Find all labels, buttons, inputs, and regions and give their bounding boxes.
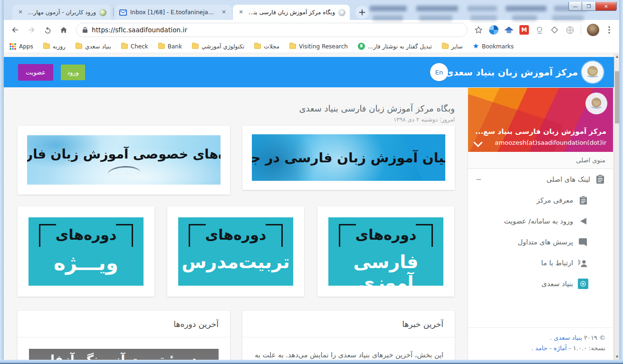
chevron-down-icon[interactable] <box>474 142 482 147</box>
login-button[interactable]: ورود <box>61 65 85 80</box>
extension-camera-icon[interactable] <box>534 25 545 35</box>
bookmark-folder[interactable]: بنياد سعدي <box>76 43 111 50</box>
page-viewport: مرکز آموزش زبان بنیاد سعدی En عضویت ورود… <box>4 53 614 360</box>
tile-card-special[interactable]: دوره‌های ویـــژه <box>18 206 154 297</box>
bookmark-folder[interactable]: تكنولوژي آموزشي <box>192 43 244 50</box>
home-icon[interactable] <box>57 23 70 37</box>
sidebar-item-label: معرفی مرکز <box>537 196 573 204</box>
sidebar-item-main-links[interactable]: لینک های اصلی − <box>468 169 613 190</box>
extension-mendeley-icon[interactable]: M <box>519 25 529 35</box>
saadi-logo-icon <box>582 61 604 83</box>
language-toggle-button[interactable]: En <box>430 63 448 81</box>
arrow-left-icon <box>578 216 588 226</box>
maximize-button[interactable]: ❒ <box>582 2 595 11</box>
sidebar-banner[interactable]: مرکز آموزش زبان فارسی بنیاد سع... amooze… <box>468 88 613 152</box>
tab-title: وبگاه مرکز آموزش زبان فارسی بنیاد سعدی <box>248 9 335 16</box>
bookmark-bookmarks-folder[interactable]: ★ Bookmarks <box>473 43 514 50</box>
header-actions: عضویت ورود <box>18 57 85 87</box>
address-bar[interactable]: https://sflc.saadifoundation.ir <box>76 23 468 37</box>
scrollbar-thumb[interactable] <box>615 71 619 123</box>
window-border-bottom <box>0 360 623 364</box>
bookmark-label: بنياد سعدي <box>85 43 111 50</box>
bookmark-label: Apps <box>19 43 33 50</box>
sidebar-item-contact-us[interactable]: ارتباط با ما <box>468 252 613 273</box>
sidebar-item-login-membership[interactable]: ورود به سامانه/ عضویت <box>468 211 613 232</box>
version-prefix: نسخه: ۱.۰.۰ - <box>567 345 605 352</box>
bookmark-label: Bank <box>168 43 182 50</box>
folder-icon <box>121 44 128 49</box>
url-text[interactable]: https://sflc.saadifoundation.ir <box>92 26 187 34</box>
banner-card-private[interactable]: دوره‌های خصوصی آموزش زبان فارسی <box>18 126 230 195</box>
bookmark-apps[interactable]: Apps <box>10 43 33 50</box>
sidebar-item-about-center[interactable]: معرفی مرکز <box>468 190 613 211</box>
folder-icon <box>158 44 165 49</box>
bookmark-speech-to-text[interactable]: تبدیل گفتار به نوشتار فار... <box>358 43 432 50</box>
amaje-link[interactable]: آماژه <box>554 345 567 352</box>
page-scrollbar[interactable]: ▲ ▼ <box>614 53 619 360</box>
forward-icon[interactable] <box>25 23 38 37</box>
bookmark-folder[interactable]: Bank <box>158 43 182 50</box>
site-brand[interactable]: مرکز آموزش زبان بنیاد سعدی En <box>430 57 604 87</box>
sidebar-item-faq[interactable]: پرسش های متداول <box>468 232 613 252</box>
tab-close-icon[interactable]: ✕ <box>220 9 228 16</box>
folder-icon <box>442 44 449 49</box>
profile-avatar[interactable] <box>587 24 599 36</box>
reload-icon[interactable] <box>41 23 54 37</box>
minimize-button[interactable]: — <box>568 2 582 11</box>
copyright-link[interactable]: بنیاد سعدی <box>554 334 582 341</box>
speech-icon <box>358 43 365 50</box>
sidebar-item-label: لینک های اصلی <box>546 176 590 183</box>
site-header: مرکز آموزش زبان بنیاد سعدی En عضویت ورود <box>4 57 614 87</box>
extension-diamond-icon[interactable] <box>549 25 560 35</box>
bookmark-label: تبدیل گفتار به نوشتار فار... <box>368 43 432 50</box>
bookmark-star-icon[interactable] <box>473 25 484 35</box>
sidebar-banner-email: amoozesh(at)saadifoundation(dot)ir <box>495 139 606 146</box>
close-button[interactable]: ✕ <box>595 2 617 11</box>
chrome-menu-icon[interactable] <box>604 25 614 35</box>
latest-courses-title: آخرین دوره‌ها <box>18 311 230 337</box>
sidebar-item-saadi-foundation[interactable]: بنیاد سعدی <box>468 273 613 294</box>
tile-top-text: دوره‌های <box>29 226 144 243</box>
flower-favicon-icon <box>99 9 106 16</box>
page-title: وبگاه مرکز آموزش زبان فارسی بنیاد سعدی <box>18 103 455 113</box>
bookmark-folder[interactable]: Check <box>121 43 148 50</box>
tab-login-users[interactable]: ✕ ورود کاربران - آزمون مهارت زبان فارسی <box>12 5 111 20</box>
collapse-icon[interactable]: − <box>476 175 482 184</box>
tile-card-teacher-training[interactable]: دوره‌های تربیت‌مدرس <box>167 206 304 297</box>
tab-gmail-inbox[interactable]: Inbox [1/68] - E.toofaninejad <e.t ✕ <box>115 5 232 20</box>
tab-close-icon[interactable]: ✕ <box>17 9 24 16</box>
latest-news-body: این بخش، آخرین خبرهای بنیاد سعدی را نمای… <box>242 337 455 360</box>
clipboard-icon <box>578 195 588 205</box>
lock-icon[interactable] <box>82 27 88 33</box>
star-icon: ★ <box>473 43 479 50</box>
extension-gradcap-icon[interactable] <box>504 25 514 35</box>
back-icon[interactable] <box>9 23 22 37</box>
bookmark-label: تكنولوژي آموزشي <box>201 43 244 50</box>
bookmark-folder[interactable]: مجلات <box>254 43 279 50</box>
signup-button[interactable]: عضویت <box>18 64 53 81</box>
course-image[interactable]: دورهٔ تربیت آزمونگر آزفا <box>29 349 219 360</box>
site-title: مرکز آموزش زبان بنیاد سعدی <box>445 67 578 77</box>
course-image-caption: دورهٔ تربیت آزمونگر آزفا <box>50 353 197 360</box>
banner-private-text: دوره‌های خصوصی آموزش زبان فارسی <box>27 147 220 161</box>
bookmark-folder[interactable]: Visiting Research <box>289 43 348 50</box>
extension-swirl-icon[interactable] <box>489 25 499 35</box>
hamed-link[interactable]: حامد <box>535 345 547 352</box>
banner-card-world[interactable]: متولیان آموزش زبان فارسی در جهان <box>242 126 455 190</box>
bookmark-folder[interactable]: روزبه <box>43 43 66 50</box>
tab-saadi-site[interactable]: ✕ وبگاه مرکز آموزش زبان فارسی بنیاد سعدی <box>233 5 350 20</box>
bookmark-folder[interactable]: سایر <box>442 43 463 50</box>
bookmark-label: سایر <box>451 43 463 50</box>
extension-globe-icon[interactable] <box>565 25 575 35</box>
latest-courses-card: آخرین دوره‌ها دورهٔ تربیت آزمونگر آزفا <box>18 311 230 360</box>
tab-close-icon[interactable]: ✕ <box>237 9 245 16</box>
window-border-left <box>0 0 4 364</box>
sidebar-banner-title: مرکز آموزش زبان فارسی بنیاد سع... <box>475 127 606 136</box>
extensions-row: M <box>473 24 614 36</box>
tile-top-text: دوره‌های <box>328 226 443 243</box>
banner-world-text: متولیان آموزش زبان فارسی در جهان <box>252 150 445 166</box>
new-tab-button[interactable] <box>355 6 369 19</box>
copyright-prefix: © ۲۰۱۹ <box>582 334 605 341</box>
window-border-right <box>619 0 623 364</box>
tile-card-persian-learning[interactable]: دوره‌های فارسی آموزی <box>317 206 454 297</box>
